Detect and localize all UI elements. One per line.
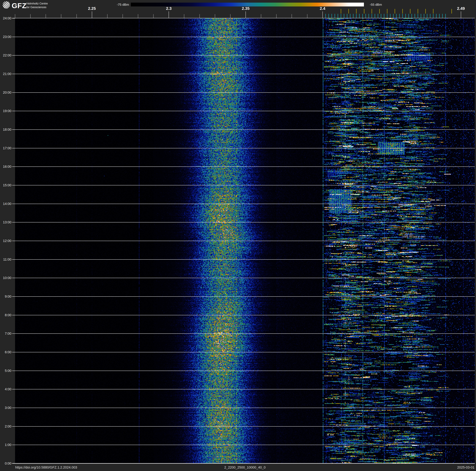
freq-major-label: 2.3	[160, 6, 178, 11]
hour-gridline	[15, 352, 475, 352]
wifi-channel-tick	[451, 9, 452, 14]
wifi-channel-tick	[348, 9, 349, 14]
ble-channel-tick	[341, 14, 341, 18]
time-tick	[12, 408, 15, 408]
time-tick	[12, 426, 15, 427]
time-tick	[12, 389, 15, 389]
time-tick	[12, 55, 15, 55]
time-label: 11:00	[0, 257, 11, 261]
hour-gridline	[15, 445, 475, 445]
freq-major-tick	[323, 11, 323, 18]
freq-major-label: 2.25	[83, 6, 101, 11]
ble-channel-tick	[393, 14, 393, 18]
ble-channel-tick	[372, 14, 372, 18]
time-tick	[12, 222, 15, 222]
freq-minor-tick	[200, 14, 200, 18]
dataset-id-text: 2_2200_2500_10000_40_0	[15, 466, 475, 470]
time-label: 6:00	[0, 350, 11, 354]
ble-channel-tick	[344, 14, 344, 18]
ble-channel-tick	[387, 14, 387, 18]
freq-minor-tick	[184, 14, 184, 18]
ble-channel-tick	[365, 14, 366, 18]
wifi-channel-tick	[418, 9, 418, 14]
ble-channel-tick	[328, 14, 329, 18]
ble-channel-tick	[421, 14, 421, 18]
wifi-channel-tick	[387, 9, 387, 14]
hour-gridline	[15, 111, 475, 111]
time-label: 0:00	[0, 461, 11, 466]
wifi-channel-tick	[425, 9, 426, 14]
ble-channel-tick	[338, 14, 338, 18]
freq-minor-tick	[215, 14, 215, 18]
time-label: 23:00	[0, 35, 11, 39]
ble-channel-tick	[433, 14, 433, 18]
ble-channel-tick	[347, 14, 347, 18]
hour-gridline	[15, 315, 475, 315]
time-tick	[12, 259, 15, 260]
freq-minor-tick	[30, 14, 31, 18]
wifi-channel-tick	[395, 9, 395, 14]
hour-gridline	[15, 55, 475, 55]
ble-channel-tick	[353, 14, 354, 18]
hour-gridline	[15, 222, 475, 222]
freq-minor-tick	[276, 14, 276, 18]
freq-minor-tick	[46, 14, 46, 18]
time-label: 1:00	[0, 443, 11, 447]
time-tick	[12, 148, 15, 148]
freq-minor-tick	[138, 14, 138, 18]
time-label: 5:00	[0, 369, 11, 373]
hour-gridline	[15, 259, 475, 260]
wifi-channel-tick	[372, 9, 372, 14]
ble-channel-tick	[415, 14, 415, 18]
time-tick	[12, 129, 15, 130]
time-label: 17:00	[0, 146, 11, 150]
time-tick	[12, 111, 15, 111]
time-label: 18:00	[0, 127, 11, 132]
time-label: 12:00	[0, 239, 11, 243]
ble-channel-tick	[442, 14, 443, 18]
hour-gridline	[15, 37, 475, 37]
time-tick	[12, 445, 15, 445]
freq-major-label: 2.4	[313, 6, 332, 11]
time-label: 9:00	[0, 294, 11, 299]
time-tick	[12, 352, 15, 352]
time-label: 24:00	[0, 16, 11, 20]
wifi-channel-tick	[356, 9, 357, 14]
ble-channel-tick	[369, 14, 369, 18]
ble-channel-tick	[430, 14, 430, 18]
time-label: 20:00	[0, 91, 11, 94]
time-label: 21:00	[0, 72, 11, 76]
time-tick	[12, 241, 15, 241]
ble-channel-tick	[405, 14, 406, 18]
ble-channel-tick	[408, 14, 409, 18]
freq-minor-tick	[122, 14, 123, 18]
ble-channel-tick	[445, 14, 446, 18]
time-axis: 24:0023:0022:0021:0020:0019:0018:0017:00…	[0, 0, 17, 471]
time-tick	[12, 185, 15, 185]
ble-channel-tick	[402, 14, 403, 18]
time-tick	[12, 315, 15, 315]
time-label: 10:00	[0, 276, 11, 280]
wifi-channel-tick	[402, 9, 403, 14]
ble-channel-tick	[411, 14, 412, 18]
time-label: 14:00	[0, 202, 11, 206]
freq-minor-tick	[76, 14, 77, 18]
time-label: 22:00	[0, 53, 11, 57]
time-tick	[12, 204, 15, 204]
freq-minor-tick	[261, 14, 261, 18]
time-label: 16:00	[0, 165, 11, 169]
freq-minor-tick	[307, 14, 307, 18]
ble-channel-tick	[359, 14, 360, 18]
freq-minor-tick	[153, 14, 153, 18]
ble-channel-tick	[436, 14, 437, 18]
hour-gridline	[15, 148, 475, 148]
hour-gridline	[15, 426, 475, 427]
ble-channel-tick	[375, 14, 375, 18]
time-tick	[12, 92, 15, 93]
time-tick	[12, 371, 15, 371]
hour-gridline	[15, 333, 475, 334]
freq-major-tick	[169, 11, 169, 18]
hour-gridline	[15, 129, 475, 130]
ble-channel-tick	[390, 14, 391, 18]
hour-gridline	[15, 296, 475, 297]
